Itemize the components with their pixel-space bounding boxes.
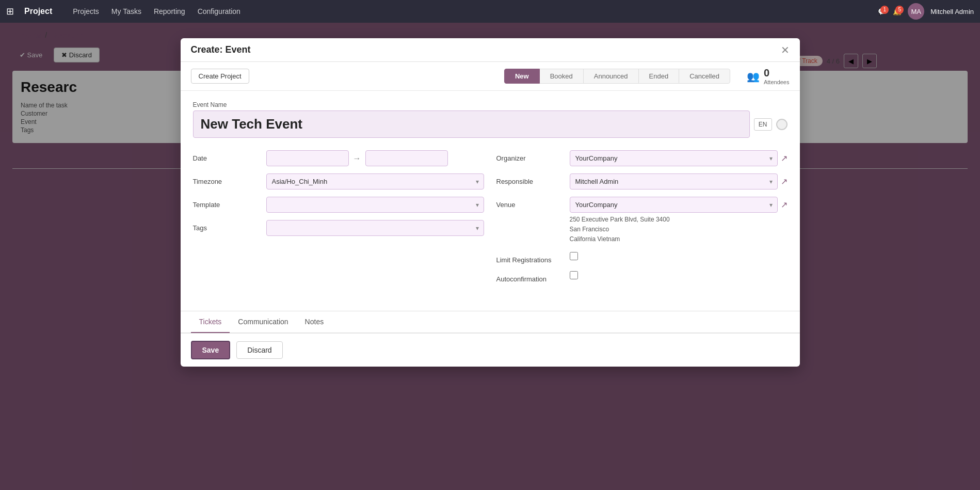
limit-reg-label: Limit Registrations: [496, 252, 564, 264]
tags-value: [266, 220, 484, 236]
venue-address-line2: San Francisco: [570, 225, 788, 234]
date-arrow-icon: →: [353, 154, 361, 163]
venue-address: 250 Executive Park Blvd, Suite 3400 San …: [570, 215, 788, 245]
venue-address-line3: California Vietnam: [570, 234, 788, 244]
lang-button[interactable]: EN: [754, 118, 772, 131]
form-row-date: Date →: [193, 150, 484, 166]
date-start-input[interactable]: [266, 150, 349, 166]
autoconfirm-value: [570, 271, 788, 279]
topbar-right: 💬 1 🔔 5 MA Mitchell Admin: [878, 3, 974, 20]
limit-reg-value: [570, 252, 788, 260]
event-name-section: Event Name EN: [193, 101, 788, 138]
top-nav: Projects My Tasks Reporting Configuratio…: [73, 5, 240, 18]
modal-save-button[interactable]: Save: [191, 341, 231, 359]
nav-reporting[interactable]: Reporting: [154, 5, 185, 18]
pipeline-step-booked[interactable]: Booked: [539, 69, 584, 84]
template-label: Template: [193, 197, 260, 209]
user-name-label: Mitchell Admin: [930, 8, 974, 15]
responsible-label: Responsible: [496, 173, 564, 185]
modal-header: Create: Event ✕: [181, 38, 800, 62]
notifications-badge: 5: [895, 6, 904, 14]
organizer-value: YourCompany ↗: [570, 150, 788, 166]
tags-label: Tags: [193, 220, 260, 232]
form-row-limit-reg: Limit Registrations: [496, 252, 788, 264]
modal-close-button[interactable]: ✕: [781, 45, 790, 55]
venue-value: YourCompany ↗ 250 Executive Park Blvd, S…: [570, 197, 788, 245]
responsible-value: Mitchell Admin ↗: [570, 173, 788, 189]
date-value: →: [266, 150, 484, 166]
form-row-autoconfirm: Autoconfirmation: [496, 271, 788, 283]
template-value: [266, 197, 484, 213]
autoconfirm-label: Autoconfirmation: [496, 271, 564, 283]
timezone-select[interactable]: Asia/Ho_Chi_Minh: [266, 173, 484, 189]
organizer-external-link-icon[interactable]: ↗: [781, 153, 788, 163]
attendees-section: 👥 0 Attendees: [747, 67, 790, 85]
date-end-input[interactable]: [365, 150, 448, 166]
date-label: Date: [193, 150, 260, 162]
timezone-value: Asia/Ho_Chi_Minh: [266, 173, 484, 189]
modal-tab-communication[interactable]: Communication: [230, 311, 296, 333]
venue-external-link-icon[interactable]: ↗: [781, 200, 788, 210]
form-right-section: Organizer YourCompany ↗: [496, 150, 788, 290]
venue-address-line1: 250 Executive Park Blvd, Suite 3400: [570, 215, 788, 225]
form-row-timezone: Timezone Asia/Ho_Chi_Minh: [193, 173, 484, 189]
attendees-count: 0: [764, 67, 790, 79]
form-row-organizer: Organizer YourCompany ↗: [496, 150, 788, 166]
create-project-button[interactable]: Create Project: [191, 69, 249, 84]
pipeline-step-cancelled[interactable]: Cancelled: [679, 69, 730, 84]
modal-tabs: Tickets Communication Notes: [181, 311, 800, 333]
nav-projects[interactable]: Projects: [73, 5, 99, 18]
toggle-circle[interactable]: [776, 119, 788, 130]
status-pipeline: New Booked Announced Ended Cancelled: [504, 69, 730, 84]
modal-overlay: Create: Event ✕ Create Project New Booke…: [0, 23, 980, 490]
nav-my-tasks[interactable]: My Tasks: [111, 5, 141, 18]
autoconfirm-checkbox[interactable]: [570, 271, 578, 279]
messages-button[interactable]: 💬 1: [878, 8, 887, 15]
timezone-label: Timezone: [193, 173, 260, 185]
modal-toolbar: Create Project New Booked Announced Ende…: [181, 62, 800, 91]
pipeline-step-announced[interactable]: Announced: [583, 69, 639, 84]
organizer-label: Organizer: [496, 150, 564, 162]
venue-label: Venue: [496, 197, 564, 209]
pipeline-step-new[interactable]: New: [504, 69, 540, 84]
pipeline-step-ended[interactable]: Ended: [638, 69, 680, 84]
form-row-template: Template: [193, 197, 484, 213]
notifications-button[interactable]: 🔔 5: [893, 8, 902, 15]
form-row-venue: Venue YourCompany ↗: [496, 197, 788, 245]
attendees-label: Attendees: [764, 79, 790, 85]
event-name-label: Event Name: [193, 101, 788, 108]
limit-reg-checkbox[interactable]: [570, 252, 578, 260]
responsible-select[interactable]: Mitchell Admin: [570, 173, 778, 189]
form-row-tags: Tags: [193, 220, 484, 236]
form-row-responsible: Responsible Mitchell Admin ↗: [496, 173, 788, 189]
form-left-section: Date → Timezone: [193, 150, 484, 290]
topbar: ⊞ Project Projects My Tasks Reporting Co…: [0, 0, 980, 23]
modal-tab-notes[interactable]: Notes: [297, 311, 332, 333]
organizer-select[interactable]: YourCompany: [570, 150, 778, 166]
modal-title: Create: Event: [191, 44, 251, 55]
messages-badge: 1: [880, 6, 889, 14]
form-grid: Date → Timezone: [193, 150, 788, 290]
responsible-external-link-icon[interactable]: ↗: [781, 177, 788, 186]
modal-footer: Save Discard: [181, 333, 800, 367]
avatar[interactable]: MA: [908, 3, 924, 20]
modal-discard-button[interactable]: Discard: [236, 341, 282, 359]
modal-tab-tickets[interactable]: Tickets: [191, 311, 230, 333]
venue-select[interactable]: YourCompany: [570, 197, 778, 213]
modal-body: Event Name EN Date: [181, 91, 800, 311]
grid-icon[interactable]: ⊞: [6, 6, 14, 17]
nav-configuration[interactable]: Configuration: [198, 5, 240, 18]
modal-create-event: Create: Event ✕ Create Project New Booke…: [181, 38, 800, 367]
tags-select[interactable]: [266, 220, 484, 236]
template-select[interactable]: [266, 197, 484, 213]
event-name-input[interactable]: [193, 110, 750, 138]
attendees-icon: 👥: [747, 70, 760, 83]
app-name: Project: [24, 7, 52, 16]
event-name-row: EN: [193, 110, 788, 138]
